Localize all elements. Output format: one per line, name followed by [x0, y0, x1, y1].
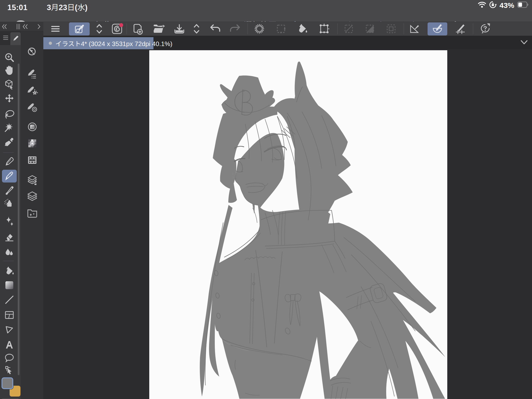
- palette-sub-tool[interactable]: [27, 68, 38, 80]
- transform-icon: [318, 23, 330, 34]
- canvas-area[interactable]: [43, 49, 532, 399]
- updown-chevron-icon: [95, 23, 104, 34]
- wifi-icon: [478, 1, 486, 8]
- tool-hand[interactable]: [2, 64, 17, 77]
- tool-brush[interactable]: [2, 184, 17, 197]
- selection-mask-button[interactable]: [362, 22, 378, 35]
- pencil-tab-icon[interactable]: [10, 32, 21, 45]
- selection-border-button[interactable]: [383, 22, 399, 35]
- snap-ruler-button[interactable]: [407, 22, 422, 35]
- status-bar: 15:01 3月23日(水) 43%: [0, 0, 532, 9]
- palette-tool-property[interactable]: [27, 85, 38, 97]
- selection-mask-icon: [364, 23, 376, 34]
- tool-text[interactable]: [2, 338, 17, 351]
- hamburger-icon: [50, 24, 60, 34]
- tool-divider: [3, 261, 14, 261]
- deselect-button[interactable]: [273, 22, 289, 35]
- notification-badge: [119, 23, 123, 27]
- tool-fill[interactable]: [2, 265, 17, 278]
- palette-quick-access[interactable]: [27, 46, 38, 58]
- snap-ruler-icon: [409, 23, 420, 34]
- palette-color-wheel[interactable]: [27, 121, 38, 133]
- tool-operate-3d[interactable]: [2, 78, 17, 91]
- tool-auto-select[interactable]: [2, 121, 17, 134]
- tool-eyedropper[interactable]: [2, 136, 17, 149]
- tool-palette-scrollbar[interactable]: [18, 64, 19, 375]
- help-button[interactable]: [478, 22, 493, 35]
- tool-frame-border[interactable]: [2, 309, 17, 321]
- palette-materials[interactable]: [27, 207, 38, 219]
- panel-nav: [0, 22, 43, 31]
- snap-special-ruler-button[interactable]: [453, 22, 468, 35]
- tool-polyline[interactable]: [2, 323, 17, 336]
- open-file-button[interactable]: [151, 22, 166, 35]
- tool-eraser[interactable]: [2, 231, 17, 244]
- save-icon: [173, 23, 185, 34]
- palette-menu-icon[interactable]: [2, 34, 9, 41]
- tool-lasso[interactable]: [2, 107, 17, 120]
- deselect-icon: [275, 23, 287, 34]
- main-menu-button[interactable]: [48, 22, 63, 35]
- art-face: [235, 133, 284, 208]
- selection-invert-icon: [343, 23, 354, 34]
- menu-bar: ファイル 編集 アニメーション レイヤー 選択範囲 表示 フィルター ウィンドウ…: [0, 9, 532, 22]
- chevron-down-icon[interactable]: [520, 39, 529, 46]
- artwork-sketch: [149, 50, 447, 399]
- tool-palette-header: [0, 32, 21, 45]
- workspace-updown-button[interactable]: [92, 22, 107, 35]
- redo-button[interactable]: [227, 22, 243, 35]
- tool-object[interactable]: [2, 364, 17, 377]
- drag-handle-icon[interactable]: [16, 23, 20, 30]
- collapse-left-icon[interactable]: [22, 23, 28, 30]
- tool-blend[interactable]: [2, 246, 17, 259]
- toolbar-separator: [404, 23, 404, 34]
- palette-layers[interactable]: [27, 191, 38, 202]
- toolbar-separator: [248, 23, 248, 34]
- undo-icon: [209, 23, 221, 34]
- selection-invert-button[interactable]: [341, 22, 356, 35]
- palette-timeline[interactable]: [27, 154, 38, 166]
- transform-button[interactable]: [317, 22, 332, 35]
- tool-zoom[interactable]: [2, 51, 17, 64]
- undo-button[interactable]: [208, 22, 223, 35]
- fill-button[interactable]: [295, 22, 310, 35]
- paint-bucket-icon: [297, 23, 309, 34]
- expand-right-icon[interactable]: [37, 23, 41, 30]
- brush-smoothing-icon: [431, 23, 444, 35]
- battery-icon: [517, 1, 529, 8]
- open-folder-icon: [152, 23, 165, 34]
- palette-color-set[interactable]: [27, 138, 38, 149]
- left-panel: [0, 22, 43, 399]
- tool-move-layer[interactable]: [2, 92, 17, 105]
- tool-balloon[interactable]: [2, 351, 17, 364]
- palette-dock: [21, 32, 43, 399]
- new-file-icon: [132, 23, 144, 35]
- tool-pen[interactable]: [2, 155, 17, 168]
- collapse-left-icon[interactable]: [2, 23, 7, 30]
- palette-layer-property[interactable]: [27, 174, 38, 185]
- processing-button[interactable]: [252, 22, 267, 35]
- spinner-icon: [254, 23, 265, 34]
- canvas-tab[interactable]: イラスト4* (3024 x 3531px 72dpi 40.1%): [43, 37, 153, 49]
- tool-airbrush[interactable]: [2, 197, 17, 210]
- redo-icon: [229, 23, 241, 34]
- tool-pencil[interactable]: [2, 170, 17, 183]
- object-launcher-icon: [74, 23, 85, 34]
- save-updown-button[interactable]: [189, 22, 204, 35]
- tool-gradient[interactable]: [2, 279, 17, 292]
- canvas-page[interactable]: [149, 50, 447, 399]
- new-canvas-button[interactable]: [130, 22, 146, 35]
- object-launcher-button[interactable]: [69, 22, 90, 35]
- canvas-tab-bar: イラスト4* (3024 x 3531px 72dpi 40.1%): [43, 36, 532, 49]
- tool-decoration[interactable]: [2, 215, 17, 228]
- top-chrome: 15:01 3月23日(水) 43% ファイル 編集 アニメーション レイヤー …: [0, 0, 532, 22]
- tool-figure[interactable]: [2, 293, 17, 306]
- clip-studio-button[interactable]: [109, 22, 125, 35]
- tab-modified-dot: [49, 42, 52, 45]
- main-color-swatch[interactable]: [1, 377, 13, 389]
- save-button[interactable]: [172, 22, 187, 35]
- palette-brush-size[interactable]: [27, 102, 38, 113]
- toolbar-separator: [127, 23, 127, 34]
- smoothing-button[interactable]: [428, 22, 447, 35]
- rotation-lock-icon: [489, 1, 497, 8]
